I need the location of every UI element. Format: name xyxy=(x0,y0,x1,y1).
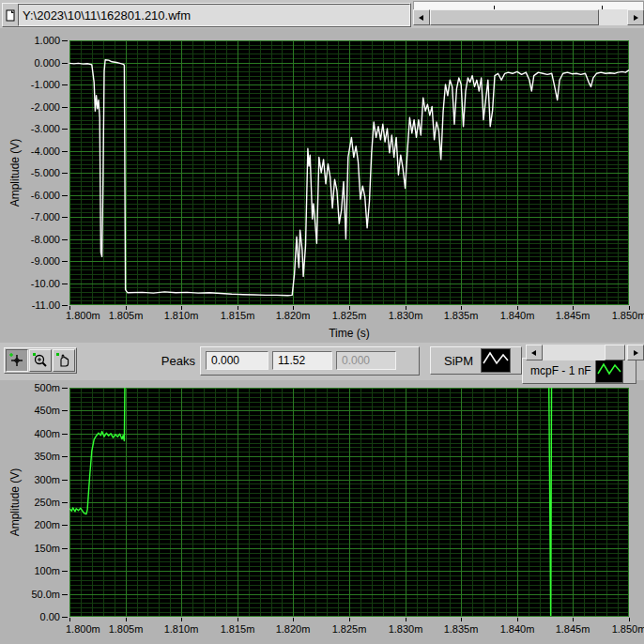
y-tick-label: 0.000 xyxy=(13,56,60,69)
waveform-icon-white[interactable] xyxy=(481,348,511,373)
x-tick-label: 1.830m xyxy=(383,622,428,636)
x-tick-label: 1.840m xyxy=(495,309,540,322)
x-tick-label: 1.845m xyxy=(550,622,595,636)
y-tickmark xyxy=(62,434,68,435)
x-tick-label: 1.835m xyxy=(438,622,483,636)
y-tickmark xyxy=(62,480,68,481)
scrollbar-track[interactable] xyxy=(430,9,627,25)
pan-button[interactable] xyxy=(53,349,75,372)
y-tick-label: 100m xyxy=(13,564,60,577)
x-tickmark xyxy=(517,618,518,621)
x-tickmark xyxy=(238,618,238,621)
zoom-button[interactable] xyxy=(29,349,52,372)
x-axis-title: Time (s) xyxy=(69,327,629,340)
top-scrollbar[interactable] xyxy=(413,9,644,25)
x-tick-label: 1.815m xyxy=(215,622,260,636)
y-tick-label: -11.00 xyxy=(13,299,60,312)
y-tickmark xyxy=(62,129,68,130)
legend-mcp[interactable]: mcpF - 1 nF xyxy=(522,358,636,384)
x-tick-label: 1.830m xyxy=(383,309,428,322)
arrow-left-icon[interactable] xyxy=(413,9,430,25)
x-tick-label: 1.825m xyxy=(327,622,372,636)
x-tick-label: 1.840m xyxy=(495,622,540,636)
y-tickmark xyxy=(62,305,68,306)
x-tickmark xyxy=(181,618,182,621)
crosshair-icon xyxy=(8,352,25,369)
y-tickmark xyxy=(62,284,68,284)
x-tickmark xyxy=(629,618,630,621)
y-tickmark xyxy=(62,239,68,240)
waveform-icon-green[interactable] xyxy=(595,360,623,383)
x-tick-label: 1.820m xyxy=(270,622,315,636)
pan-hand-icon xyxy=(55,352,72,369)
y-tickmark xyxy=(62,410,68,411)
y-tick-label: -9.000 xyxy=(13,254,60,268)
y-tickmark xyxy=(62,261,68,262)
cursor-crosshair-button[interactable] xyxy=(6,349,28,372)
peak-value-field-3-disabled xyxy=(336,351,396,370)
y-tickmark xyxy=(62,107,68,108)
y-tick-label: 500m xyxy=(13,381,60,394)
arrow-right-icon[interactable] xyxy=(627,9,644,25)
arrow-left-icon[interactable] xyxy=(526,345,543,360)
arrow-right-icon[interactable] xyxy=(627,345,644,360)
x-tick-label: 1.810m xyxy=(159,622,204,636)
peak-value-field-2[interactable] xyxy=(272,351,332,370)
y-tickmark xyxy=(62,502,68,503)
scrollbar-track[interactable] xyxy=(543,345,627,360)
y-tickmark xyxy=(62,525,68,526)
plot-area[interactable] xyxy=(69,40,629,305)
x-tick-label: 1.850m xyxy=(606,309,644,322)
y-tick-label: 50.0m xyxy=(13,588,60,601)
plot-area[interactable] xyxy=(69,388,629,617)
peak-value-field-1[interactable] xyxy=(206,351,268,370)
peaks-label: Peaks xyxy=(141,354,195,368)
y-tick-label: -1.000 xyxy=(13,78,60,91)
y-tickmark xyxy=(62,63,68,64)
y-tickmark xyxy=(62,388,68,389)
x-tickmark xyxy=(461,618,462,621)
zoom-icon xyxy=(32,352,49,369)
y-tick-label: -2.000 xyxy=(13,100,60,114)
mcp-waveform-chart: 500m450m400m350m300m250m200m150m100m50.0… xyxy=(0,380,644,644)
y-tick-label: -10.00 xyxy=(13,277,60,290)
x-tickmark xyxy=(573,618,574,621)
sipm-waveform-chart: 1.0000.000-1.000-2.000-3.000-4.000-5.000… xyxy=(0,28,644,343)
x-tickmark xyxy=(406,618,406,621)
y-axis-title: Amplitude (V) xyxy=(8,116,22,229)
graph-toolbar: Peaks SiPM mcpF - 1 nF xyxy=(0,343,644,380)
legend-sipm[interactable]: SiPM xyxy=(430,346,522,375)
peaks-fields-panel xyxy=(200,346,420,376)
channel-scrollbar[interactable] xyxy=(526,345,644,360)
y-tick-label: 450m xyxy=(13,404,60,417)
y-tickmark xyxy=(62,594,68,595)
x-tick-label: 1.810m xyxy=(159,309,204,322)
y-tick-label: 1.000 xyxy=(13,34,60,47)
x-tickmark xyxy=(126,618,127,621)
y-tickmark xyxy=(62,456,68,457)
y-tickmark xyxy=(62,571,68,572)
y-tickmark xyxy=(62,217,68,218)
top-slider-scroll-assembly xyxy=(413,1,644,26)
file-browse-icon[interactable] xyxy=(3,4,18,26)
scrollbar-thumb[interactable] xyxy=(430,9,599,25)
file-path-text[interactable]: Y:\2023\10\11\162801.210.wfm xyxy=(18,4,410,26)
x-tickmark xyxy=(349,618,350,621)
legend-sipm-label: SiPM xyxy=(444,354,473,368)
y-tickmark xyxy=(62,151,68,152)
y-tickmark xyxy=(62,173,68,174)
y-tick-label: 400m xyxy=(13,427,60,440)
scrollbar-thumb[interactable] xyxy=(605,345,625,360)
y-tick-label: 0.00 xyxy=(13,610,60,623)
x-tick-label: 1.805m xyxy=(103,309,148,322)
x-tick-label: 1.835m xyxy=(438,309,483,322)
x-tick-label: 1.850m xyxy=(606,622,644,636)
x-tick-label: 1.845m xyxy=(550,309,595,322)
x-tick-label: 1.815m xyxy=(215,309,260,322)
y-tickmark xyxy=(62,40,68,41)
file-path-control[interactable]: Y:\2023\10\11\162801.210.wfm xyxy=(2,3,411,27)
x-tick-label: 1.820m xyxy=(270,309,315,322)
legend-mcp-label: mcpF - 1 nF xyxy=(530,364,591,377)
x-tickmark xyxy=(293,618,294,621)
top-bar: Y:\2023\10\11\162801.210.wfm xyxy=(0,0,644,28)
